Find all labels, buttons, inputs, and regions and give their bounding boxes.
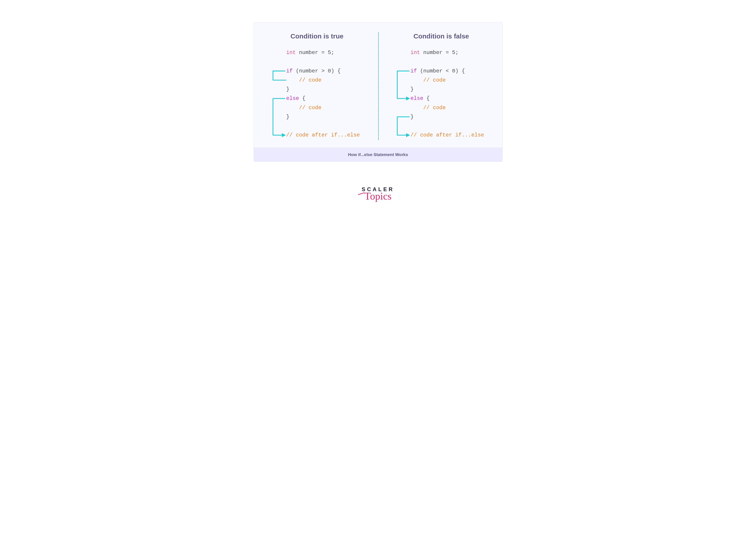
flow-arrows-false xyxy=(392,48,411,140)
panel-title-false: Condition is false xyxy=(392,33,491,40)
code-line xyxy=(411,57,491,66)
code-line: if (number < 0) { xyxy=(411,67,491,76)
code-line: } xyxy=(411,85,491,94)
code-line: if (number > 0) { xyxy=(286,67,367,76)
diagram-card: Condition is true int number = 5; if (nu… xyxy=(254,22,502,162)
code-line: // code xyxy=(411,76,491,85)
flow-arrows-true xyxy=(267,48,286,140)
code-line xyxy=(286,57,367,66)
code-line: // code xyxy=(286,103,367,112)
diagram-caption: How if...else Statement Works xyxy=(254,147,502,162)
code-line xyxy=(286,121,367,130)
code-line: // code xyxy=(286,76,367,85)
panel-false: Condition is false int number = 5; if (n… xyxy=(378,33,502,140)
code-line: // code after if...else xyxy=(286,130,367,140)
code-line xyxy=(411,121,491,130)
code-line: int number = 5; xyxy=(286,48,367,57)
code-line: int number = 5; xyxy=(411,48,491,57)
panels-wrapper: Condition is true int number = 5; if (nu… xyxy=(254,22,502,147)
brand-logo: SCALER Topics xyxy=(231,186,525,202)
code-line: } xyxy=(411,112,491,121)
panel-true: Condition is true int number = 5; if (nu… xyxy=(254,33,378,140)
code-block-true: int number = 5; if (number > 0) { // cod… xyxy=(267,48,367,140)
code-block-false: int number = 5; if (number < 0) { // cod… xyxy=(392,48,491,140)
brand-bottom-text: Topics xyxy=(364,190,392,202)
code-line: // code xyxy=(411,103,491,112)
code-line: } xyxy=(286,112,367,121)
code-line: } xyxy=(286,85,367,94)
code-line: else { xyxy=(286,94,367,103)
code-line: else { xyxy=(411,94,491,103)
code-line: // code after if...else xyxy=(411,130,491,140)
panel-title-true: Condition is true xyxy=(267,33,367,40)
